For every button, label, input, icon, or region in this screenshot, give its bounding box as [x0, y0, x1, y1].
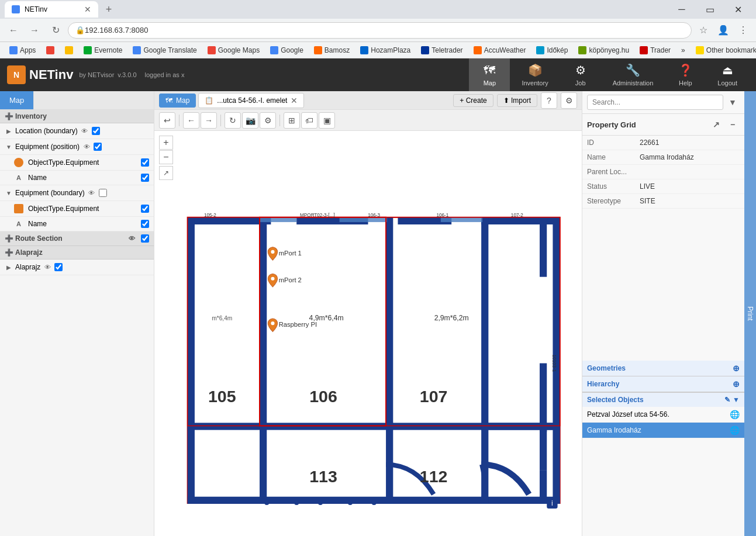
eye-icon[interactable]: 👁 — [80, 126, 89, 136]
svg-text:106-1: 106-1 — [436, 213, 448, 218]
tab-close-btn[interactable]: ✕ — [84, 5, 91, 14]
tab-plan[interactable]: 📋 ...utca 54-56.-I. emelet ✕ — [198, 93, 304, 108]
bookmark-drive[interactable] — [60, 45, 78, 56]
panel-expand-btn[interactable]: ▼ — [726, 95, 740, 109]
export-btn[interactable]: ⚙ — [260, 112, 276, 129]
minimize-btn[interactable]: ─ — [668, 0, 695, 19]
layer-objtype-equip-pos[interactable]: ObjectType.Equipment — [0, 155, 154, 171]
maximize-btn[interactable]: ▭ — [696, 0, 723, 19]
bookmark-star-btn[interactable]: ☆ — [695, 22, 712, 39]
sidebar-tab-map[interactable]: Map — [0, 91, 34, 109]
address-bar[interactable]: 🔒 192.168.63.7:8080 — [68, 22, 692, 39]
zoom-out-btn[interactable]: − — [159, 150, 173, 164]
layer-section-route[interactable]: ➕ Route Section 👁 — [0, 231, 154, 246]
bookmark-trader[interactable]: Trader — [635, 45, 675, 56]
pg-external-btn[interactable]: ↗ — [709, 117, 723, 132]
forward-btn[interactable]: → — [26, 22, 43, 39]
help-btn[interactable]: ? — [541, 92, 557, 109]
nav-map[interactable]: 🗺 Map — [469, 58, 510, 91]
layer-equipment-boundary[interactable]: ▼ Equipment (boundary) 👁 — [0, 185, 154, 201]
nav-job[interactable]: ⚙ Job — [560, 58, 601, 91]
location-boundary-checkbox[interactable] — [92, 127, 100, 135]
route-eye-icon[interactable]: 👁 — [127, 234, 136, 243]
import-btn[interactable]: ⬆ Import — [497, 94, 537, 107]
hierarchy-add-icon[interactable]: ⊕ — [733, 379, 740, 389]
refresh-map-btn[interactable]: ↻ — [225, 112, 241, 129]
layer-equipment-position[interactable]: ▼ Equipment (position) 👁 — [0, 139, 154, 155]
layer-section-inventory[interactable]: ➕ Inventory — [0, 110, 154, 123]
bookmark-koponyeg[interactable]: köpönyeg.hu — [574, 45, 634, 56]
back-btn[interactable]: ← — [5, 22, 22, 39]
zoom-in-btn[interactable]: + — [159, 136, 173, 150]
layer-section-alaprajz[interactable]: ➕ Alaprajz — [0, 246, 154, 260]
undo-icon-btn[interactable]: ↩ — [159, 112, 175, 129]
back-step-btn[interactable]: ← — [183, 112, 199, 129]
search-input[interactable] — [587, 95, 723, 110]
app-container: N NETinv by NETvisor v.3.0.0 logged in a… — [0, 58, 756, 536]
pg-section-geometries[interactable]: Geometries ⊕ — [582, 361, 744, 376]
new-tab-btn[interactable]: + — [101, 1, 117, 18]
bookmark-teletrader[interactable]: Teletrader — [416, 45, 467, 56]
browser-tab[interactable]: NETinv ✕ — [5, 1, 98, 18]
layer-objtype-equip-bound[interactable]: ObjectType.Equipment — [0, 201, 154, 217]
settings2-btn[interactable]: ⚙ — [561, 92, 577, 109]
layer-name-equip-pos[interactable]: A Name — [0, 171, 154, 185]
redirect-btn[interactable]: ↗ — [159, 166, 173, 180]
bookmark-evernote[interactable]: Evernote — [79, 45, 127, 56]
close-btn[interactable]: ✕ — [724, 0, 751, 19]
tag-btn[interactable]: 🏷 — [301, 112, 317, 129]
geometries-add-icon[interactable]: ⊕ — [733, 364, 740, 373]
name-equip-bound-checkbox[interactable] — [141, 220, 149, 228]
nav-inventory[interactable]: 📦 Inventory — [510, 58, 560, 91]
layer-name-equip-bound[interactable]: A Name — [0, 217, 154, 231]
equipment-boundary-checkbox[interactable] — [99, 189, 107, 197]
bookmark-more[interactable]: » — [676, 45, 690, 56]
alaprajz-checkbox[interactable] — [54, 263, 63, 271]
plan-tab-close[interactable]: ✕ — [291, 96, 298, 105]
bookmark-gtranslate[interactable]: Google Translate — [128, 45, 201, 56]
map-canvas[interactable]: + − ↗ — [154, 131, 582, 536]
bookmark-idokep[interactable]: Időkép — [531, 45, 572, 56]
refresh-btn[interactable]: ↻ — [47, 22, 64, 39]
equipment-pos-checkbox[interactable] — [94, 143, 102, 151]
room-107: 107 — [420, 387, 448, 406]
eye-icon[interactable]: 👁 — [82, 142, 91, 151]
selected-objects-header[interactable]: Selected Objects ✎ ▼ — [582, 393, 744, 407]
nav-administration[interactable]: 🔧 Administration — [601, 58, 665, 91]
nav-help[interactable]: ❓ Help — [665, 58, 706, 91]
layers-btn[interactable]: ▣ — [319, 112, 335, 129]
nav-help-label: Help — [679, 79, 692, 87]
bookmark-gmaps[interactable]: Google Maps — [203, 45, 264, 56]
eye-icon[interactable]: 👁 — [87, 188, 96, 198]
bookmark-bamosz[interactable]: Bamosz — [309, 45, 354, 56]
create-btn[interactable]: + Create — [453, 94, 493, 107]
layer-location-boundary[interactable]: ▶ Location (boundary) 👁 — [0, 123, 154, 139]
profile-btn[interactable]: 👤 — [715, 22, 731, 39]
bookmark-apps[interactable]: Apps — [5, 45, 40, 56]
alaprajz-eye-icon[interactable]: 👁 — [43, 262, 52, 272]
layer-alaprajz[interactable]: ▶ Alaprajz 👁 — [0, 260, 154, 275]
so-item-gamma[interactable]: Gamma Irodaház 🌐 — [582, 423, 744, 438]
pg-minimize-btn[interactable]: − — [726, 117, 740, 132]
fwd-step-btn[interactable]: → — [201, 112, 217, 129]
pg-section-hierarchy[interactable]: Hierarchy ⊕ — [582, 376, 744, 392]
print-bar[interactable]: Print — [744, 91, 756, 536]
bookmark-accuweather[interactable]: AccuWeather — [469, 45, 531, 56]
selected-objects-edit-icon[interactable]: ✎ — [724, 396, 730, 404]
menu-btn[interactable]: ⋮ — [735, 22, 751, 39]
objtype-equip-bound-checkbox[interactable] — [141, 205, 149, 213]
tab-map[interactable]: 🗺 Map — [159, 94, 196, 108]
nav-logout[interactable]: ⏏ Logout — [706, 58, 749, 91]
camera-btn[interactable]: 📷 — [242, 112, 258, 129]
selected-objects-collapse-icon[interactable]: ▼ — [733, 396, 740, 404]
grid-btn[interactable]: ⊞ — [284, 112, 300, 129]
bookmark-other[interactable]: Other bookmarks — [691, 45, 756, 56]
window-controls: ─ ▭ ✕ — [668, 0, 751, 19]
objtype-equip-pos-checkbox[interactable] — [141, 158, 149, 167]
bookmark-hozamplaza[interactable]: HozamPlaza — [355, 45, 415, 56]
so-item-petzval[interactable]: Petzval József utca 54-56. 🌐 — [582, 407, 744, 423]
route-checkbox[interactable] — [141, 234, 149, 243]
bookmark-gmail[interactable] — [42, 45, 59, 56]
bookmark-google[interactable]: Google — [265, 45, 308, 56]
name-equip-pos-checkbox[interactable] — [141, 174, 149, 182]
